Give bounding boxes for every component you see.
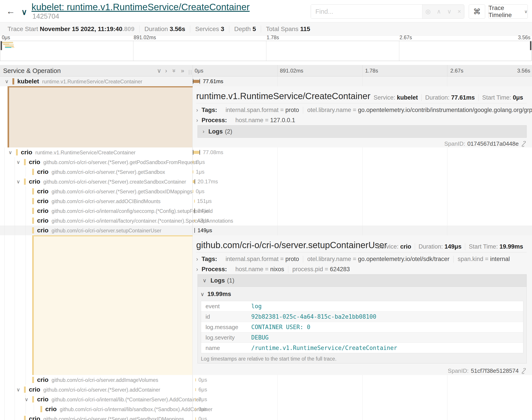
span-row[interactable]: criogithub.com/cri-o/cri-o/internal/fact… bbox=[0, 216, 532, 225]
span-row[interactable]: criogithub.com/cri-o/cri-o/server.(*Serv… bbox=[0, 167, 532, 177]
span-row-setupcontaineruser[interactable]: criogithub.com/cri-o/cri-o/server.setupC… bbox=[0, 225, 532, 235]
timeline-tick-labels: 0μs 891.02ms 1.78s 2.67s 3.56s bbox=[193, 65, 532, 76]
span-timeline-cell[interactable]: 151μs bbox=[193, 196, 532, 206]
chevron-down-icon[interactable]: ∨ bbox=[16, 387, 20, 393]
span-timeline-cell[interactable]: 0μs bbox=[193, 375, 532, 385]
chevron-down-icon: ∨ bbox=[200, 291, 204, 297]
log-fields-table: eventlog id92b82381-025c-4a64-815c-ba2e1… bbox=[201, 301, 523, 353]
trace-start: Trace Start November 15 2022, 11:19:40.8… bbox=[3, 26, 139, 33]
span-timeline-cell[interactable]: 6μs bbox=[193, 385, 532, 394]
span-row[interactable]: ∨ crioruntime.v1.RuntimeService/CreateCo… bbox=[0, 148, 532, 157]
command-icon: ⌘ bbox=[473, 7, 481, 16]
span-timeline-cell[interactable]: 77.61ms bbox=[193, 76, 532, 86]
chevron-right-icon: › bbox=[196, 107, 198, 113]
span-row-kubelet-createcontainer[interactable]: ∨ kubeletruntime.v1.RuntimeService/Creat… bbox=[0, 76, 532, 86]
trace-id: 1425704 bbox=[32, 13, 59, 20]
chevron-down-icon[interactable]: ∨ bbox=[5, 78, 9, 85]
log-marker bbox=[200, 79, 200, 84]
chevron-down-icon: ∨ bbox=[203, 277, 207, 284]
span-row[interactable]: criogithub.com/cri-o/cri-o/internal/conf… bbox=[0, 206, 532, 216]
chevron-down-icon: ∨ bbox=[524, 9, 528, 14]
detail-title: runtime.v1.RuntimeService/CreateContaine… bbox=[196, 91, 370, 101]
log-marker bbox=[195, 179, 195, 184]
span-row[interactable]: ∨ criogithub.com/cri-o/cri-o/server.(*Se… bbox=[0, 157, 532, 167]
prev-match-icon[interactable]: ∧ bbox=[437, 8, 441, 15]
view-select-button[interactable]: Trace Timeline ∨ bbox=[488, 4, 528, 19]
detail-left-gutter bbox=[0, 235, 193, 375]
minimap-span-bar bbox=[12, 47, 15, 48]
span-timeline-cell[interactable]: 3μs bbox=[193, 394, 532, 404]
log-field-row: name/runtime.v1.RuntimeService/CreateCon… bbox=[201, 343, 523, 353]
find-input[interactable] bbox=[311, 5, 422, 18]
span-timeline-cell[interactable]: 0μs bbox=[193, 186, 532, 196]
span-row[interactable]: ∨ criogithub.com/cri-o/cri-o/server.(*Se… bbox=[0, 385, 532, 394]
span-timeline-cell[interactable]: 8μs bbox=[193, 157, 532, 167]
log-field-row: log.messageCONTAINER USER: 0 bbox=[201, 322, 523, 332]
process-accordion[interactable]: › Process: host.name = nixos process.pid… bbox=[196, 266, 354, 273]
chevron-down-icon[interactable]: ∨ bbox=[8, 150, 12, 155]
span-timeline-cell[interactable]: 43μs bbox=[193, 216, 532, 225]
trace-duration: Duration 3.56s bbox=[139, 26, 190, 33]
log-field-row: eventlog bbox=[201, 301, 523, 312]
span-row[interactable]: criogithub.com/cri-o/cri-o/server.(*Serv… bbox=[0, 414, 532, 420]
minimap-span-bar bbox=[3, 44, 9, 45]
trace-minimap[interactable] bbox=[0, 41, 532, 61]
link-icon[interactable] bbox=[521, 368, 527, 374]
page-header: ← ∨ kubelet: runtime.v1.RuntimeService/C… bbox=[0, 0, 532, 22]
log-timestamps-note: Log timestamps are relative to the start… bbox=[201, 356, 336, 362]
chevron-down-icon[interactable]: ∨ bbox=[16, 179, 20, 185]
collapse-one-icon[interactable]: ∨ bbox=[157, 67, 161, 74]
span-row[interactable]: ∨ criogithub.com/cri-o/cri-o/server.(*Se… bbox=[0, 177, 532, 186]
trace-title-link[interactable]: kubelet: runtime.v1.RuntimeService/Creat… bbox=[31, 2, 250, 13]
chevron-down-icon[interactable]: ∨ bbox=[25, 396, 28, 403]
span-color-strip bbox=[13, 78, 14, 85]
expand-all-icon[interactable]: » bbox=[181, 67, 184, 74]
span-timeline-cell[interactable]: 149μs bbox=[193, 225, 532, 235]
log-marker bbox=[193, 150, 193, 155]
logs-accordion[interactable]: › Logs(2) bbox=[198, 125, 527, 138]
span-row[interactable]: ∨ criogithub.com/cri-o/cri-o/internal/li… bbox=[0, 394, 532, 404]
span-timeline-cell[interactable]: 1μs bbox=[193, 167, 532, 177]
find-box: ◎ ∧ ∨ × bbox=[311, 4, 464, 19]
service-operation-heading: Service & Operation bbox=[3, 67, 61, 74]
chevron-down-icon[interactable]: ∨ bbox=[16, 159, 20, 165]
process-accordion[interactable]: › Process: host.name = 127.0.0.1 bbox=[196, 117, 299, 124]
span-timeline-cell[interactable]: 24μs bbox=[193, 206, 532, 216]
span-row[interactable]: criogithub.com/cri-o/cri-o/internal/lib/… bbox=[0, 404, 532, 414]
column-resize-grip[interactable] bbox=[189, 70, 191, 75]
keyboard-shortcuts-button[interactable]: ⌘ bbox=[469, 4, 485, 19]
span-timeline-cell[interactable]: 0μs bbox=[193, 414, 532, 420]
expand-one-icon[interactable]: › bbox=[165, 67, 167, 74]
link-icon[interactable] bbox=[521, 141, 527, 147]
collapse-all-icon[interactable]: » bbox=[171, 69, 178, 72]
minimap-span-bar bbox=[5, 47, 12, 48]
jaeger-trace-page: ← ∨ kubelet: runtime.v1.RuntimeService/C… bbox=[0, 0, 532, 420]
span-row[interactable]: criogithub.com/cri-o/cri-o/server.(*Serv… bbox=[0, 186, 532, 196]
span-timeline-cell[interactable]: 77.08ms bbox=[193, 148, 532, 157]
log-marker bbox=[194, 228, 195, 233]
trace-services: Services 3 bbox=[190, 26, 229, 33]
span-id: SpanID: 51cf7f38e5128574 bbox=[448, 367, 527, 374]
span-detail-row-setupcontaineruser: github.com/cri-o/cri-o/server.setupConta… bbox=[0, 235, 532, 375]
tags-accordion[interactable]: › Tags: internal.span.format = proto ote… bbox=[196, 107, 532, 114]
back-arrow-icon[interactable]: ← bbox=[4, 4, 17, 18]
minimap-right-scrubber[interactable] bbox=[530, 41, 531, 50]
span-timeline-cell[interactable]: 0μs bbox=[193, 404, 532, 414]
detail-left-gutter bbox=[0, 86, 193, 148]
trace-info-bar: Trace Start November 15 2022, 11:19:40.8… bbox=[0, 22, 532, 36]
clear-find-icon[interactable]: × bbox=[458, 8, 461, 15]
span-id: SpanID: 0174567d17a0448e bbox=[444, 140, 527, 147]
tags-accordion[interactable]: › Tags: internal.span.format = proto ote… bbox=[196, 256, 514, 263]
span-detail-row-kubelet: runtime.v1.RuntimeService/CreateContaine… bbox=[0, 86, 532, 148]
minimap-span-bar bbox=[2, 42, 13, 43]
span-row[interactable]: criogithub.com/cri-o/cri-o/server.addOCI… bbox=[0, 196, 532, 206]
trace-title-chevron-icon[interactable]: ∨ bbox=[21, 8, 27, 17]
span-timeline-cell[interactable]: 20.17ms bbox=[193, 177, 532, 186]
minimap-left-scrubber[interactable] bbox=[1, 41, 2, 50]
chevron-right-icon: › bbox=[196, 117, 198, 123]
logs-accordion[interactable]: ∨ Logs(1) bbox=[198, 274, 527, 287]
next-match-icon[interactable]: ∨ bbox=[447, 8, 452, 15]
log-entry-header[interactable]: ∨ 19.99ms bbox=[200, 291, 231, 298]
span-row[interactable]: criogithub.com/cri-o/cri-o/server.addIma… bbox=[0, 375, 532, 385]
locate-icon[interactable]: ◎ bbox=[425, 8, 431, 15]
